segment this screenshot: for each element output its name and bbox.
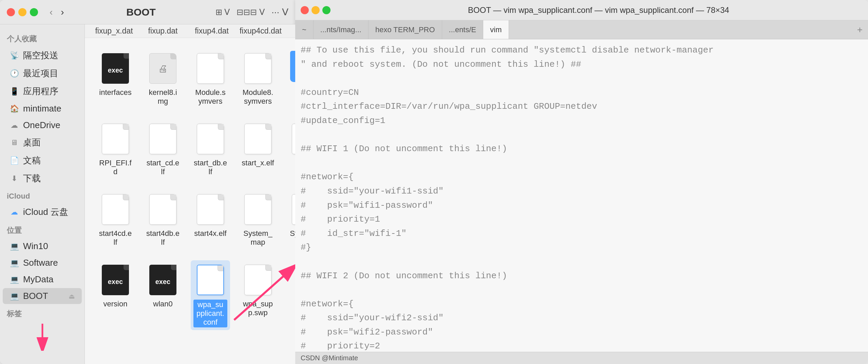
list-view-button[interactable]: ⊟⊟⊟ ᐯ [237,7,265,17]
file-item-wpa-supplicant-conf[interactable]: wpa_supplicant.conf [191,260,230,330]
file-item-rpi-efi[interactable]: RPI_EFI.fd [96,119,135,179]
vim-traffic-lights [301,6,331,14]
eject-button[interactable]: ⏏ [69,292,75,300]
file-item-wpa-supp-swp[interactable]: wpa_supp.swp [238,260,278,330]
desktop-icon: 🖥 [10,138,19,147]
sidebar-item-documents[interactable]: 📄 文稿 [3,152,82,169]
file-item-start-cd-elf[interactable]: start_cd.elf [143,119,183,179]
close-button[interactable] [7,8,15,16]
file-item-over[interactable]: over... [286,49,295,108]
file-icon-interfaces: exec [98,52,132,85]
vim-tab-tilde[interactable]: ~ [295,20,314,39]
sidebar-item-recents[interactable]: 🕐 最近项目 [3,65,82,82]
vim-tab-vim[interactable]: vim [483,20,509,39]
file-item-start-x-elf[interactable]: start_x.elf [238,119,278,179]
file-item-wlan0[interactable]: exec wlan0 [143,260,183,330]
vim-status-text: CSDN @Mintimate [301,354,358,362]
exec-icon-interfaces: exec [102,53,129,84]
folder-icon-over [290,55,295,82]
top-file-fixup-x: fixup_x.dat [90,26,138,36]
sidebar-item-desktop[interactable]: 🖥 桌面 [3,134,82,151]
page-icon-module8-symvers [244,53,271,84]
grid-view-button[interactable]: ⊞ ᐯ [215,7,230,17]
home-icon: 🏠 [10,104,19,113]
forward-button[interactable]: › [58,5,67,19]
file-item-star-more[interactable]: star... [286,119,295,179]
file-icon-over [288,52,295,85]
vim-minimize-button[interactable] [312,6,320,14]
vim-tab-imag[interactable]: ...nts/Imag... [314,20,369,39]
sidebar-item-applications[interactable]: 📱 应用程序 [3,83,82,100]
recents-icon: 🕐 [10,69,19,78]
file-item-start4db-elf[interactable]: start4db.elf [143,190,183,249]
sidebar-item-boot[interactable]: 💻 BOOT ⏏ [3,288,82,304]
vim-tab-hexo[interactable]: hexo TERM_PRO [369,20,442,39]
sidebar-item-onedrive[interactable]: ☁ OneDrive [3,117,82,133]
file-grid-row4: exec version exec wlan0 [90,255,290,336]
applications-icon: 📱 [10,87,19,96]
vim-title: BOOT — vim wpa_supplicant.conf — vim wpa… [335,5,863,15]
drive-icon-boot: 💻 [10,292,19,301]
sidebar-item-icloud-drive[interactable]: ☁ iCloud 云盘 [3,203,82,221]
vim-close-button[interactable] [301,6,309,14]
file-item-start4cd-elf[interactable]: start4cd.elf [96,190,135,249]
img-icon-kernel8: 🖨 [149,53,176,84]
finder-nav: ‹ › [47,5,67,19]
vim-tab-ents[interactable]: ...ents/E [442,20,484,39]
vim-tab-add-button[interactable]: + [852,20,868,39]
sidebar-section-icloud: iCloud [0,188,84,203]
onedrive-icon: ☁ [10,121,19,130]
file-item-start-db-elf[interactable]: start_db.elf [191,119,230,179]
file-grid-row3: start4cd.elf start4db.elf start4x.elf [90,184,290,255]
file-grid-row1: exec interfaces 🖨 kernel8.img [90,43,290,114]
file-grid: exec interfaces 🖨 kernel8.img [85,38,295,364]
sidebar-item-win10[interactable]: 💻 Win10 [3,238,82,254]
finder-window: ‹ › BOOT ⊞ ᐯ ⊟⊟⊟ ᐯ ··· ᐯ 个人收藏 📡 隔空投送 🕐 最… [0,0,295,364]
finder-content-area: fixup_x.dat fixup.dat fixup4.dat fixup4c… [85,24,295,364]
documents-icon: 📄 [10,156,19,165]
traffic-lights [7,8,38,16]
file-icon-module8-symvers [241,52,275,85]
more-options-button[interactable]: ··· ᐯ [271,6,288,18]
file-item-system-more[interactable]: System... [286,190,295,249]
sidebar-item-software[interactable]: 💻 Software [3,255,82,271]
finder-body: 个人收藏 📡 隔空投送 🕐 最近项目 📱 应用程序 🏠 mintimate ☁ … [0,24,295,364]
drive-icon: 💻 [10,242,19,251]
vim-maximize-button[interactable] [322,6,331,14]
file-grid-row2: RPI_EFI.fd start_cd.elf start_db.elf [90,114,290,184]
finder-toolbar-right: ⊞ ᐯ ⊟⊟⊟ ᐯ ··· ᐯ [215,6,288,18]
file-item-kernel8[interactable]: 🖨 kernel8.img [143,49,183,108]
annotation-arrow-down [32,324,53,351]
drive-icon-mydata: 💻 [10,275,19,284]
top-file-fixup: fixup.dat [139,26,187,36]
page-icon-module-symvers [197,53,224,84]
downloads-icon: ⬇ [10,174,19,183]
back-button[interactable]: ‹ [47,5,55,19]
airdrop-icon: 📡 [10,51,19,60]
file-item-module8-symvers[interactable]: Module8.symvers [238,49,278,108]
sidebar-item-mintimate[interactable]: 🏠 mintimate [3,101,82,117]
file-item-version[interactable]: exec version [96,260,135,330]
top-file-fixup4: fixup4.dat [188,26,235,36]
minimize-button[interactable] [18,8,26,16]
sidebar-item-mydata[interactable]: 💻 MyData [3,271,82,287]
file-item-start4x-elf[interactable]: start4x.elf [191,190,230,249]
sidebar-item-downloads[interactable]: ⬇ 下载 [3,170,82,187]
file-item-interfaces[interactable]: exec interfaces [96,49,135,108]
top-file-strip: fixup_x.dat fixup.dat fixup4.dat fixup4c… [85,24,295,38]
vim-titlebar: BOOT — vim wpa_supplicant.conf — vim wpa… [295,0,868,20]
top-file-fixup4cd: fixup4cd.dat [237,26,284,36]
sidebar: 个人收藏 📡 隔空投送 🕐 最近项目 📱 应用程序 🏠 mintimate ☁ … [0,24,85,364]
sidebar-section-favorites: 个人收藏 [0,30,84,46]
vim-window: BOOT — vim wpa_supplicant.conf — vim wpa… [295,0,868,364]
sidebar-item-airdrop[interactable]: 📡 隔空投送 [3,47,82,64]
file-icon-kernel8: 🖨 [146,52,180,85]
file-icon-module-symvers [193,52,227,85]
file-item-module-symvers[interactable]: Module.symvers [191,49,230,108]
file-item-system-map[interactable]: System_map [238,190,278,249]
vim-editor-text[interactable]: ## To use this file, you should run comm… [295,39,868,352]
icloud-icon: ☁ [10,208,19,217]
maximize-button[interactable] [30,8,38,16]
vim-content: ## To use this file, you should run comm… [295,39,868,352]
top-file-fixup4-more: fixup4... [286,26,295,36]
